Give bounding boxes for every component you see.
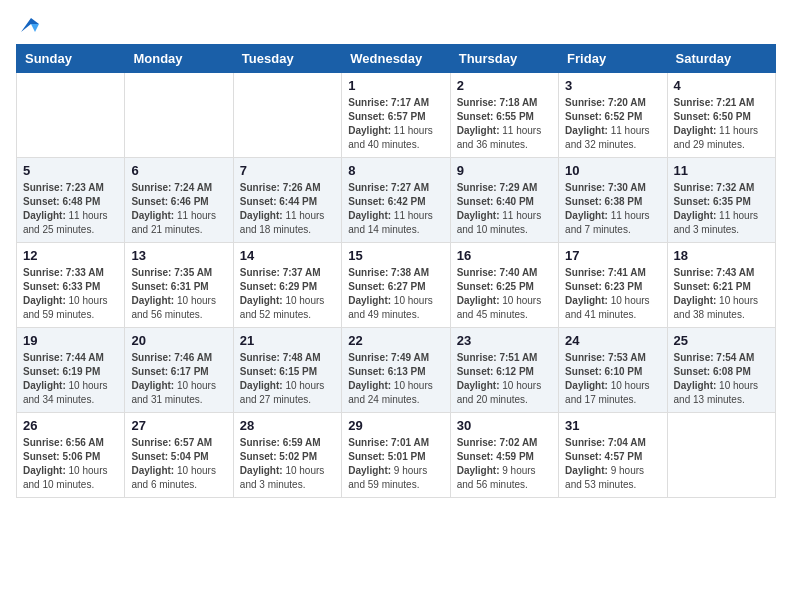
day-info: Sunrise: 6:59 AMSunset: 5:02 PMDaylight:… bbox=[240, 436, 335, 492]
calendar-cell-w2-d3: 7Sunrise: 7:26 AMSunset: 6:44 PMDaylight… bbox=[233, 158, 341, 243]
day-number: 26 bbox=[23, 418, 118, 433]
calendar-cell-w2-d6: 10Sunrise: 7:30 AMSunset: 6:38 PMDayligh… bbox=[559, 158, 667, 243]
calendar-cell-w5-d4: 29Sunrise: 7:01 AMSunset: 5:01 PMDayligh… bbox=[342, 413, 450, 498]
day-info: Sunrise: 7:35 AMSunset: 6:31 PMDaylight:… bbox=[131, 266, 226, 322]
calendar-cell-w5-d5: 30Sunrise: 7:02 AMSunset: 4:59 PMDayligh… bbox=[450, 413, 558, 498]
day-info: Sunrise: 7:40 AMSunset: 6:25 PMDaylight:… bbox=[457, 266, 552, 322]
day-number: 25 bbox=[674, 333, 769, 348]
day-number: 11 bbox=[674, 163, 769, 178]
calendar-cell-w5-d6: 31Sunrise: 7:04 AMSunset: 4:57 PMDayligh… bbox=[559, 413, 667, 498]
calendar-cell-w2-d4: 8Sunrise: 7:27 AMSunset: 6:42 PMDaylight… bbox=[342, 158, 450, 243]
day-number: 13 bbox=[131, 248, 226, 263]
day-info: Sunrise: 7:43 AMSunset: 6:21 PMDaylight:… bbox=[674, 266, 769, 322]
calendar-table: SundayMondayTuesdayWednesdayThursdayFrid… bbox=[16, 44, 776, 498]
day-info: Sunrise: 7:01 AMSunset: 5:01 PMDaylight:… bbox=[348, 436, 443, 492]
day-info: Sunrise: 7:44 AMSunset: 6:19 PMDaylight:… bbox=[23, 351, 118, 407]
week-row-2: 5Sunrise: 7:23 AMSunset: 6:48 PMDaylight… bbox=[17, 158, 776, 243]
day-info: Sunrise: 7:24 AMSunset: 6:46 PMDaylight:… bbox=[131, 181, 226, 237]
day-info: Sunrise: 7:17 AMSunset: 6:57 PMDaylight:… bbox=[348, 96, 443, 152]
day-info: Sunrise: 7:20 AMSunset: 6:52 PMDaylight:… bbox=[565, 96, 660, 152]
calendar-cell-w1-d3 bbox=[233, 73, 341, 158]
day-info: Sunrise: 7:32 AMSunset: 6:35 PMDaylight:… bbox=[674, 181, 769, 237]
day-number: 6 bbox=[131, 163, 226, 178]
logo bbox=[16, 16, 39, 36]
day-info: Sunrise: 7:38 AMSunset: 6:27 PMDaylight:… bbox=[348, 266, 443, 322]
day-number: 1 bbox=[348, 78, 443, 93]
calendar-cell-w3-d1: 12Sunrise: 7:33 AMSunset: 6:33 PMDayligh… bbox=[17, 243, 125, 328]
day-info: Sunrise: 7:33 AMSunset: 6:33 PMDaylight:… bbox=[23, 266, 118, 322]
day-info: Sunrise: 7:41 AMSunset: 6:23 PMDaylight:… bbox=[565, 266, 660, 322]
calendar-cell-w1-d6: 3Sunrise: 7:20 AMSunset: 6:52 PMDaylight… bbox=[559, 73, 667, 158]
day-info: Sunrise: 7:27 AMSunset: 6:42 PMDaylight:… bbox=[348, 181, 443, 237]
day-info: Sunrise: 7:48 AMSunset: 6:15 PMDaylight:… bbox=[240, 351, 335, 407]
day-info: Sunrise: 7:18 AMSunset: 6:55 PMDaylight:… bbox=[457, 96, 552, 152]
calendar-cell-w1-d2 bbox=[125, 73, 233, 158]
day-number: 16 bbox=[457, 248, 552, 263]
calendar-cell-w3-d5: 16Sunrise: 7:40 AMSunset: 6:25 PMDayligh… bbox=[450, 243, 558, 328]
day-info: Sunrise: 7:54 AMSunset: 6:08 PMDaylight:… bbox=[674, 351, 769, 407]
week-row-5: 26Sunrise: 6:56 AMSunset: 5:06 PMDayligh… bbox=[17, 413, 776, 498]
calendar-cell-w5-d1: 26Sunrise: 6:56 AMSunset: 5:06 PMDayligh… bbox=[17, 413, 125, 498]
day-number: 5 bbox=[23, 163, 118, 178]
day-info: Sunrise: 7:02 AMSunset: 4:59 PMDaylight:… bbox=[457, 436, 552, 492]
calendar-cell-w4-d3: 21Sunrise: 7:48 AMSunset: 6:15 PMDayligh… bbox=[233, 328, 341, 413]
calendar-cell-w4-d5: 23Sunrise: 7:51 AMSunset: 6:12 PMDayligh… bbox=[450, 328, 558, 413]
day-number: 27 bbox=[131, 418, 226, 433]
day-number: 17 bbox=[565, 248, 660, 263]
day-info: Sunrise: 7:21 AMSunset: 6:50 PMDaylight:… bbox=[674, 96, 769, 152]
header-tuesday: Tuesday bbox=[233, 45, 341, 73]
calendar-cell-w3-d6: 17Sunrise: 7:41 AMSunset: 6:23 PMDayligh… bbox=[559, 243, 667, 328]
calendar-cell-w2-d2: 6Sunrise: 7:24 AMSunset: 6:46 PMDaylight… bbox=[125, 158, 233, 243]
calendar-cell-w4-d1: 19Sunrise: 7:44 AMSunset: 6:19 PMDayligh… bbox=[17, 328, 125, 413]
day-number: 15 bbox=[348, 248, 443, 263]
day-number: 8 bbox=[348, 163, 443, 178]
day-number: 3 bbox=[565, 78, 660, 93]
page-header bbox=[16, 16, 776, 36]
day-number: 23 bbox=[457, 333, 552, 348]
calendar-cell-w2-d5: 9Sunrise: 7:29 AMSunset: 6:40 PMDaylight… bbox=[450, 158, 558, 243]
day-number: 24 bbox=[565, 333, 660, 348]
day-number: 14 bbox=[240, 248, 335, 263]
day-number: 29 bbox=[348, 418, 443, 433]
calendar-cell-w3-d2: 13Sunrise: 7:35 AMSunset: 6:31 PMDayligh… bbox=[125, 243, 233, 328]
day-number: 4 bbox=[674, 78, 769, 93]
day-number: 21 bbox=[240, 333, 335, 348]
calendar-cell-w2-d1: 5Sunrise: 7:23 AMSunset: 6:48 PMDaylight… bbox=[17, 158, 125, 243]
day-info: Sunrise: 6:56 AMSunset: 5:06 PMDaylight:… bbox=[23, 436, 118, 492]
week-row-4: 19Sunrise: 7:44 AMSunset: 6:19 PMDayligh… bbox=[17, 328, 776, 413]
day-info: Sunrise: 7:04 AMSunset: 4:57 PMDaylight:… bbox=[565, 436, 660, 492]
header-wednesday: Wednesday bbox=[342, 45, 450, 73]
day-number: 12 bbox=[23, 248, 118, 263]
calendar-cell-w3-d3: 14Sunrise: 7:37 AMSunset: 6:29 PMDayligh… bbox=[233, 243, 341, 328]
day-info: Sunrise: 7:30 AMSunset: 6:38 PMDaylight:… bbox=[565, 181, 660, 237]
calendar-cell-w2-d7: 11Sunrise: 7:32 AMSunset: 6:35 PMDayligh… bbox=[667, 158, 775, 243]
day-number: 2 bbox=[457, 78, 552, 93]
weekday-header-row: SundayMondayTuesdayWednesdayThursdayFrid… bbox=[17, 45, 776, 73]
header-thursday: Thursday bbox=[450, 45, 558, 73]
calendar-cell-w5-d2: 27Sunrise: 6:57 AMSunset: 5:04 PMDayligh… bbox=[125, 413, 233, 498]
day-number: 9 bbox=[457, 163, 552, 178]
day-number: 10 bbox=[565, 163, 660, 178]
day-info: Sunrise: 7:26 AMSunset: 6:44 PMDaylight:… bbox=[240, 181, 335, 237]
calendar-cell-w1-d7: 4Sunrise: 7:21 AMSunset: 6:50 PMDaylight… bbox=[667, 73, 775, 158]
week-row-3: 12Sunrise: 7:33 AMSunset: 6:33 PMDayligh… bbox=[17, 243, 776, 328]
day-info: Sunrise: 7:49 AMSunset: 6:13 PMDaylight:… bbox=[348, 351, 443, 407]
day-number: 30 bbox=[457, 418, 552, 433]
day-info: Sunrise: 7:53 AMSunset: 6:10 PMDaylight:… bbox=[565, 351, 660, 407]
calendar-cell-w4-d4: 22Sunrise: 7:49 AMSunset: 6:13 PMDayligh… bbox=[342, 328, 450, 413]
day-info: Sunrise: 7:23 AMSunset: 6:48 PMDaylight:… bbox=[23, 181, 118, 237]
calendar-cell-w4-d2: 20Sunrise: 7:46 AMSunset: 6:17 PMDayligh… bbox=[125, 328, 233, 413]
day-info: Sunrise: 6:57 AMSunset: 5:04 PMDaylight:… bbox=[131, 436, 226, 492]
header-sunday: Sunday bbox=[17, 45, 125, 73]
day-number: 18 bbox=[674, 248, 769, 263]
calendar-cell-w1-d5: 2Sunrise: 7:18 AMSunset: 6:55 PMDaylight… bbox=[450, 73, 558, 158]
day-info: Sunrise: 7:46 AMSunset: 6:17 PMDaylight:… bbox=[131, 351, 226, 407]
day-number: 28 bbox=[240, 418, 335, 433]
day-number: 22 bbox=[348, 333, 443, 348]
day-number: 19 bbox=[23, 333, 118, 348]
day-number: 20 bbox=[131, 333, 226, 348]
svg-marker-1 bbox=[31, 24, 39, 32]
header-monday: Monday bbox=[125, 45, 233, 73]
day-number: 7 bbox=[240, 163, 335, 178]
calendar-cell-w3-d7: 18Sunrise: 7:43 AMSunset: 6:21 PMDayligh… bbox=[667, 243, 775, 328]
